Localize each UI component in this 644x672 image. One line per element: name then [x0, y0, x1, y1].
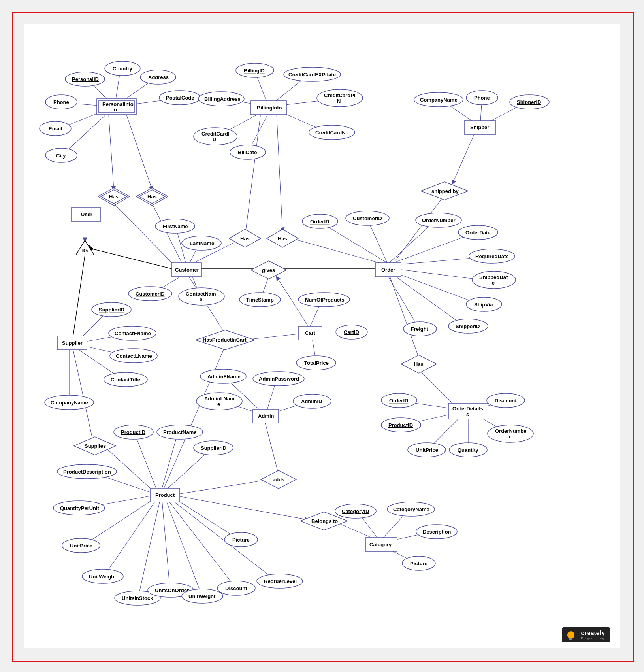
- attr-shippeddate[interactable]: ShippedDate: [472, 271, 516, 289]
- attr-categoryname[interactable]: CategoryName: [387, 502, 435, 516]
- attr-ccpin[interactable]: CreditCardPIN: [317, 89, 363, 107]
- svg-text:Customer: Customer: [175, 267, 199, 273]
- entity-orderdetails[interactable]: OrderDetailss: [448, 403, 488, 419]
- attr-unitweight[interactable]: UnitWeight: [82, 569, 123, 583]
- svg-text:gives: gives: [262, 267, 275, 273]
- attr-requireddate[interactable]: RequiredDate: [469, 249, 515, 263]
- attr-orderdate[interactable]: OrderDate: [458, 225, 498, 240]
- rel-hasproductincart[interactable]: HasProductInCart: [196, 330, 255, 350]
- svg-text:OrderNumbe: OrderNumbe: [495, 428, 526, 434]
- rel-supplies[interactable]: Supplies: [74, 437, 116, 455]
- attr-contactlname[interactable]: ContactLName: [110, 349, 157, 363]
- attr-phone[interactable]: Phone: [45, 95, 77, 109]
- attr-description[interactable]: Description: [416, 525, 457, 539]
- rel-adds[interactable]: adds: [261, 470, 296, 489]
- attr-country[interactable]: Country: [105, 61, 140, 76]
- attr-cartid[interactable]: CartID: [336, 325, 367, 339]
- attr-lastname[interactable]: LastName: [182, 236, 221, 250]
- attr-adminpassword[interactable]: AdminPassword: [253, 372, 304, 386]
- attr-ccexp[interactable]: CreditCardEXPdate: [284, 67, 341, 81]
- attr-contactfname[interactable]: ContactFName: [109, 326, 156, 340]
- entity-user[interactable]: User: [71, 208, 101, 221]
- attr-postalcode[interactable]: PostalCode: [159, 91, 200, 105]
- attr-unitweight2[interactable]: UnitWeight: [182, 589, 223, 603]
- entity-billinginfo[interactable]: BillingInfo: [251, 101, 286, 115]
- entity-customer[interactable]: Customer: [172, 263, 201, 277]
- attr-totalprice[interactable]: TotalPrice: [296, 356, 336, 370]
- entity-category[interactable]: Category: [365, 538, 397, 551]
- attr-ordernumber2[interactable]: OrderNumber: [488, 425, 533, 442]
- attr-billdate[interactable]: BillDate: [230, 145, 266, 159]
- entity-admin[interactable]: Admin: [253, 409, 279, 423]
- attr-reorderlevel[interactable]: ReorderLevel: [257, 574, 303, 588]
- attr-address[interactable]: Address: [140, 70, 176, 84]
- attr-adminlname[interactable]: AdminLName: [196, 393, 242, 410]
- attr-shipperid2[interactable]: ShipperID: [448, 319, 488, 333]
- attr-ccid[interactable]: CreditCardID: [194, 128, 237, 145]
- attr-orderid2[interactable]: OrderID: [381, 393, 417, 408]
- attr-billaddr[interactable]: BillingAddress: [198, 92, 244, 106]
- attr-ordernumber[interactable]: OrderNumber: [416, 213, 461, 227]
- attr-discount2[interactable]: Discount: [487, 393, 525, 408]
- svg-text:Freight: Freight: [411, 326, 429, 332]
- attr-contactname[interactable]: ContactName: [179, 288, 224, 305]
- entity-product[interactable]: Product: [150, 488, 180, 502]
- attr-freight[interactable]: Freight: [403, 322, 437, 336]
- attr-personalid[interactable]: PersonalID: [65, 72, 105, 86]
- attr-productid[interactable]: ProductID: [114, 425, 153, 439]
- svg-text:User: User: [81, 211, 92, 217]
- attr-shipvia[interactable]: ShipVia: [466, 297, 502, 311]
- attr-qpu[interactable]: QuantityPerUnit: [53, 501, 105, 515]
- entity-supplier[interactable]: Supplier: [57, 336, 87, 350]
- svg-text:ContactNam: ContactNam: [186, 291, 216, 297]
- rel-has2[interactable]: Has: [136, 188, 168, 206]
- attr-email[interactable]: Email: [40, 121, 71, 136]
- attr-categoryid[interactable]: CategoryID: [335, 504, 376, 518]
- attr-supplierid2[interactable]: SupplierID: [194, 441, 233, 455]
- rel-has5[interactable]: Has: [401, 355, 437, 373]
- attr-unitprice2[interactable]: UnitPrice: [408, 443, 446, 457]
- svg-text:ProductDescription: ProductDescription: [63, 469, 111, 475]
- svg-text:QuantityPerUnit: QuantityPerUnit: [60, 505, 100, 511]
- attr-supplierid[interactable]: SupplierID: [92, 302, 131, 317]
- rel-has1[interactable]: Has: [98, 188, 130, 206]
- attr-customerid2[interactable]: CustomerID: [346, 211, 389, 225]
- attr-picture[interactable]: Picture: [224, 532, 258, 547]
- rel-gives[interactable]: gives: [251, 261, 286, 279]
- svg-line-80: [138, 500, 160, 597]
- attr-ccno[interactable]: CreditCardNo: [309, 125, 355, 140]
- attr-productid2[interactable]: ProductID: [381, 418, 421, 432]
- attr-adminfname[interactable]: AdminFName: [200, 369, 246, 383]
- attr-orderid[interactable]: OrderID: [302, 214, 338, 228]
- entity-shipper[interactable]: Shipper: [464, 121, 496, 134]
- attr-timestamp[interactable]: TimeStamp: [239, 293, 281, 307]
- attr-adminid[interactable]: AdminID: [293, 394, 331, 408]
- attr-city[interactable]: City: [45, 148, 77, 162]
- attr-phone2[interactable]: Phone: [466, 91, 498, 105]
- attr-numofproducts[interactable]: NumOfProducts: [298, 293, 350, 307]
- attr-contacttitle[interactable]: ContactTitle: [104, 372, 147, 387]
- entity-personalinfo[interactable]: PersonalInfoo: [97, 99, 136, 115]
- rel-has4[interactable]: Has: [267, 229, 298, 247]
- entity-cart[interactable]: Cart: [298, 326, 322, 340]
- rel-has3[interactable]: Has: [229, 229, 261, 247]
- rel-shippedby[interactable]: shipped by: [421, 182, 468, 200]
- attr-billingid[interactable]: BillingID: [236, 63, 274, 77]
- attr-productdesc[interactable]: ProductDescription: [57, 464, 117, 479]
- attr-picture2[interactable]: Picture: [402, 556, 435, 570]
- svg-line-43: [393, 275, 464, 326]
- attr-firstname[interactable]: FirstName: [155, 219, 195, 233]
- attr-companyname[interactable]: CompanyName: [414, 92, 463, 107]
- attr-productname[interactable]: ProductName: [157, 425, 203, 439]
- entity-order[interactable]: Order: [375, 263, 401, 277]
- attr-shipperid[interactable]: ShipperID: [510, 95, 549, 109]
- svg-text:CategoryName: CategoryName: [393, 506, 429, 512]
- attr-unitprice[interactable]: UnitPrice: [62, 538, 100, 553]
- isa-triangle[interactable]: ISA: [76, 240, 94, 255]
- attr-customerid[interactable]: CustomerID: [128, 287, 172, 301]
- attr-quantity[interactable]: Quantity: [449, 443, 487, 457]
- attr-discount[interactable]: Discount: [217, 581, 255, 595]
- attr-companyname2[interactable]: CompanyName: [45, 395, 94, 410]
- svg-line-19: [277, 113, 282, 231]
- svg-text:CustomerID: CustomerID: [353, 215, 382, 221]
